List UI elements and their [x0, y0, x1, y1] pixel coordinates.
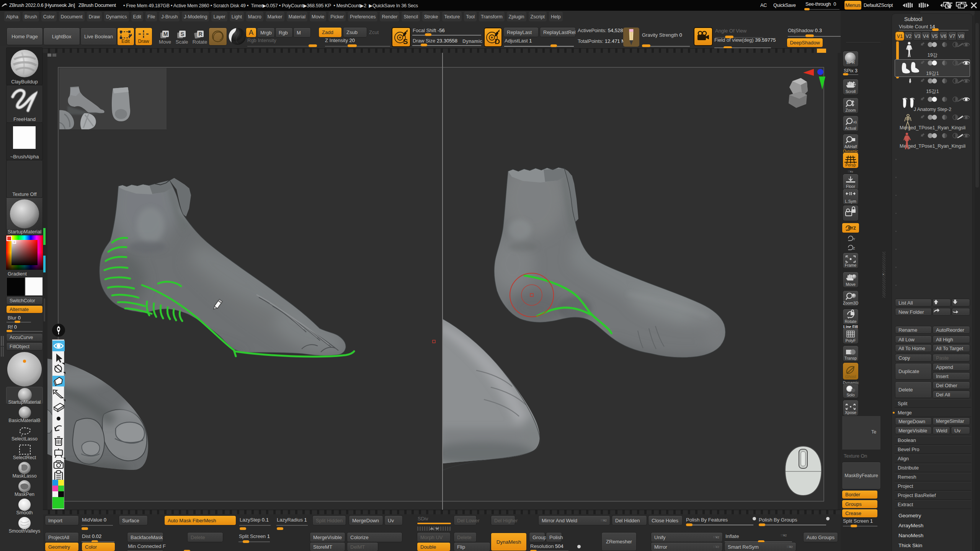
- svg-text:XYZ: XYZ: [848, 226, 856, 230]
- svg-text:Z: Z: [853, 246, 855, 250]
- svg-text:x1: x1: [853, 120, 857, 124]
- svg-text:Y: Y: [853, 237, 855, 241]
- svg-text:↖: ↖: [847, 256, 849, 259]
